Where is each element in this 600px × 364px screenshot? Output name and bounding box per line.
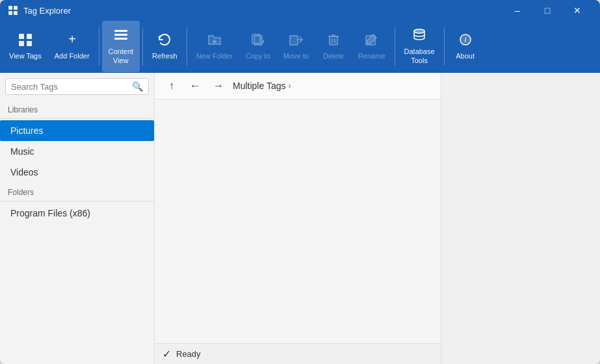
sidebar-item-videos[interactable]: Videos bbox=[0, 162, 154, 183]
nav-path-chevron: › bbox=[288, 81, 291, 90]
sidebar-divider-folders bbox=[0, 201, 154, 202]
toolbar-refresh[interactable]: Refresh bbox=[146, 21, 184, 72]
about-icon: i bbox=[458, 32, 473, 49]
svg-rect-5 bbox=[27, 34, 32, 39]
new-folder-label: New Folder bbox=[196, 52, 233, 60]
nav-up-button[interactable]: ↑ bbox=[163, 77, 181, 95]
refresh-label: Refresh bbox=[152, 52, 177, 60]
app-window: Tag Explorer – □ ✕ View Tags bbox=[0, 0, 600, 364]
add-folder-label: Add Folder bbox=[55, 52, 90, 60]
view-tags-icon bbox=[18, 32, 33, 49]
sidebar-item-pictures[interactable]: Pictures bbox=[0, 120, 154, 141]
toolbar-move-to: Move to bbox=[277, 21, 315, 72]
database-tools-icon bbox=[411, 28, 427, 45]
maximize-button[interactable]: □ bbox=[532, 0, 562, 21]
svg-rect-1 bbox=[14, 6, 18, 10]
copy-to-label: Copy to bbox=[246, 52, 270, 60]
main-content: 🔍 Libraries Pictures Music Videos Folder… bbox=[0, 73, 600, 364]
svg-text:+: + bbox=[68, 32, 76, 46]
status-check-icon: ✓ bbox=[163, 348, 171, 360]
sidebar-divider-libraries bbox=[0, 118, 154, 119]
toolbar-new-folder: New Folder bbox=[190, 21, 239, 72]
about-label: About bbox=[456, 52, 475, 60]
nav-path: Multiple Tags › bbox=[233, 81, 291, 91]
title-bar: Tag Explorer – □ ✕ bbox=[0, 0, 600, 21]
svg-rect-16 bbox=[290, 36, 298, 45]
toolbar-about[interactable]: i About bbox=[447, 21, 484, 72]
move-to-icon bbox=[288, 32, 304, 49]
svg-rect-10 bbox=[114, 34, 127, 36]
svg-rect-0 bbox=[8, 6, 12, 10]
nav-forward-button[interactable]: → bbox=[209, 77, 228, 95]
sidebar-item-program-files[interactable]: Program Files (x86) bbox=[0, 203, 154, 224]
view-tags-label: View Tags bbox=[9, 52, 42, 60]
toolbar-sep-2 bbox=[142, 27, 143, 66]
close-button[interactable]: ✕ bbox=[562, 0, 592, 21]
delete-label: Delete bbox=[323, 52, 344, 60]
toolbar-sep-4 bbox=[395, 27, 395, 66]
rename-label: Rename bbox=[358, 52, 385, 60]
search-box[interactable]: 🔍 bbox=[5, 78, 149, 95]
title-bar-controls: – □ ✕ bbox=[502, 0, 592, 21]
sidebar-section-folders: Folders bbox=[0, 183, 154, 200]
database-tools-label: DatabaseTools bbox=[404, 47, 435, 64]
toolbar-add-folder[interactable]: + Add Folder bbox=[48, 21, 96, 72]
svg-text:i: i bbox=[464, 35, 466, 44]
sidebar-item-music[interactable]: Music bbox=[0, 141, 154, 162]
toolbar-database-tools[interactable]: DatabaseTools bbox=[398, 21, 441, 72]
toolbar-sep-5 bbox=[444, 27, 445, 66]
app-icon bbox=[8, 5, 18, 16]
toolbar-view-tags[interactable]: View Tags bbox=[3, 21, 48, 72]
toolbar-content-view[interactable]: ContentView bbox=[102, 21, 140, 72]
new-folder-icon bbox=[207, 32, 222, 49]
file-area[interactable] bbox=[155, 99, 441, 343]
svg-rect-7 bbox=[27, 41, 32, 46]
content-view-icon bbox=[113, 28, 129, 45]
nav-bar: ↑ ← → Multiple Tags › bbox=[155, 73, 441, 99]
copy-to-icon bbox=[250, 32, 266, 49]
svg-rect-17 bbox=[330, 36, 337, 45]
toolbar-sep-3 bbox=[187, 27, 187, 66]
svg-rect-3 bbox=[14, 11, 18, 15]
delete-icon bbox=[326, 32, 341, 49]
search-icon[interactable]: 🔍 bbox=[132, 81, 143, 92]
toolbar: View Tags + Add Folder ContentView bbox=[0, 21, 600, 73]
toolbar-rename: Rename bbox=[352, 21, 392, 72]
nav-path-current: Multiple Tags bbox=[233, 81, 285, 91]
svg-rect-2 bbox=[8, 11, 12, 15]
content-view-label: ContentView bbox=[109, 47, 134, 64]
window-title: Tag Explorer bbox=[23, 6, 71, 16]
svg-rect-11 bbox=[114, 38, 127, 40]
svg-rect-4 bbox=[19, 34, 24, 39]
status-text: Ready bbox=[176, 349, 201, 359]
svg-rect-6 bbox=[19, 41, 24, 46]
title-bar-left: Tag Explorer bbox=[8, 5, 71, 16]
svg-rect-9 bbox=[114, 30, 127, 32]
rename-icon bbox=[364, 32, 380, 49]
sidebar: 🔍 Libraries Pictures Music Videos Folder… bbox=[0, 73, 155, 364]
content-pane: ↑ ← → Multiple Tags › ✓ Ready bbox=[155, 73, 441, 364]
toolbar-copy-to: Copy to bbox=[239, 21, 277, 72]
add-folder-icon: + bbox=[64, 32, 80, 49]
refresh-icon bbox=[157, 32, 172, 49]
toolbar-sep-1 bbox=[99, 27, 99, 66]
toolbar-delete: Delete bbox=[315, 21, 352, 72]
search-input[interactable] bbox=[11, 82, 128, 92]
svg-point-21 bbox=[414, 29, 424, 33]
nav-back-button[interactable]: ← bbox=[186, 77, 204, 95]
right-panel bbox=[441, 73, 600, 364]
minimize-button[interactable]: – bbox=[502, 0, 532, 21]
sidebar-section-libraries: Libraries bbox=[0, 100, 154, 117]
move-to-label: Move to bbox=[283, 52, 309, 60]
status-bar: ✓ Ready bbox=[155, 343, 441, 364]
